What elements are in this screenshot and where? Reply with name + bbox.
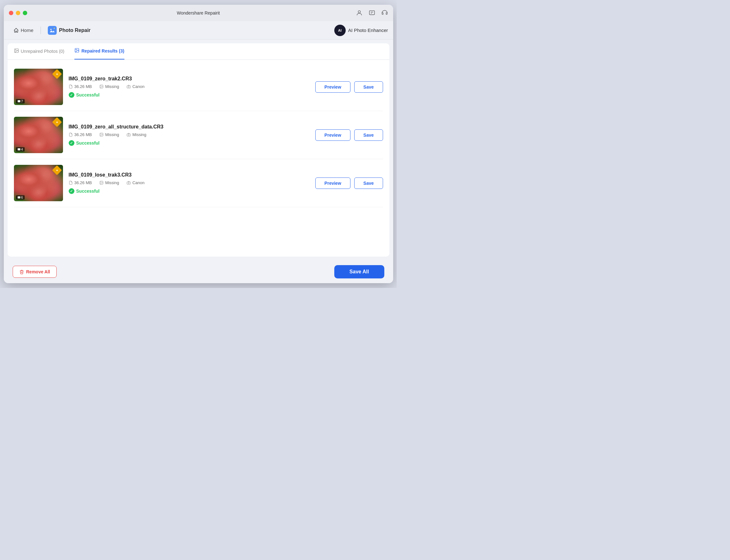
remove-all-label: Remove All	[26, 269, 50, 274]
item-issue2-2: Missing	[127, 132, 146, 137]
svg-point-24	[128, 183, 129, 184]
item-info-3: IMG_0109_lose_trak3.CR3 36.26 MB Missing	[69, 172, 309, 194]
svg-point-7	[15, 49, 16, 50]
items-list: ✦ 7 IMG_0109_zero_trak2.CR3 36.26 MB	[8, 60, 390, 257]
svg-point-19	[128, 134, 129, 135]
home-icon	[13, 28, 19, 33]
maximize-button[interactable]	[23, 11, 27, 15]
item-status-1: ✓ Successful	[69, 92, 309, 98]
svg-point-5	[50, 29, 52, 30]
tab-repaired[interactable]: Repaired Results (3)	[74, 43, 124, 59]
ai-enhancer-nav[interactable]: AI AI Photo Enhancer	[334, 25, 388, 36]
unrepaired-icon	[14, 48, 19, 54]
item-meta-1: 36.26 MB Missing Canon	[69, 84, 309, 89]
navbar: Home Photo Repair AI AI Photo Enhancer	[4, 21, 393, 40]
item-issue1-2: Missing	[99, 132, 119, 137]
svg-rect-10	[17, 100, 20, 103]
svg-rect-15	[17, 148, 20, 151]
item-issue2-1: Canon	[127, 84, 144, 89]
file-icon-2	[69, 133, 73, 137]
item-actions-2: Preview Save	[315, 129, 383, 141]
save-button-3[interactable]: Save	[354, 177, 383, 189]
photo-repair-icon	[48, 26, 57, 35]
repaired-icon	[74, 48, 79, 54]
titlebar: Wondershare Repairit	[4, 5, 393, 21]
item-info-2: IMG_0109_zero_all_structure_data.CR3 36.…	[69, 124, 309, 146]
item-status-2: ✓ Successful	[69, 140, 309, 146]
main-content: Unrepaired Photos (0) Repaired Results (…	[8, 43, 390, 257]
item-size-2: 36.26 MB	[69, 132, 92, 137]
item-info-1: IMG_0109_zero_trak2.CR3 36.26 MB Missing	[69, 76, 309, 98]
item-size-3: 36.26 MB	[69, 180, 92, 185]
camera-icon-3	[127, 181, 131, 185]
thumbnail-count-2: 4	[16, 147, 25, 152]
app-window: Wondershare Repairit Home	[4, 5, 393, 283]
status-check-icon-3: ✓	[69, 188, 74, 194]
save-button-1[interactable]: Save	[354, 81, 383, 93]
item-issue2-3: Canon	[127, 180, 144, 185]
svg-point-17	[101, 134, 101, 134]
repair-badge-1: ✦	[53, 71, 61, 78]
image-icon-3	[99, 181, 103, 185]
trash-icon	[19, 270, 24, 274]
item-issue1-3: Missing	[99, 180, 119, 185]
svg-point-0	[358, 11, 360, 13]
camera-icon-2	[127, 133, 131, 137]
svg-rect-23	[127, 182, 130, 184]
svg-point-9	[76, 49, 77, 50]
preview-button-2[interactable]: Preview	[315, 129, 350, 141]
item-actions-3: Preview Save	[315, 177, 383, 189]
item-thumbnail-1: ✦ 7	[14, 69, 63, 105]
item-meta-3: 36.26 MB Missing Canon	[69, 180, 309, 185]
headset-icon[interactable]	[381, 9, 388, 16]
image-icon	[99, 84, 103, 89]
item-filename-3: IMG_0109_lose_trak3.CR3	[69, 172, 309, 178]
user-icon[interactable]	[356, 9, 363, 16]
status-check-icon-1: ✓	[69, 92, 74, 98]
thumbnail-count-1: 7	[16, 99, 25, 103]
item-thumbnail-2: ✦ 4	[14, 117, 63, 153]
table-row: ✦ 6 IMG_0109_lose_trak3.CR3 36.26 MB	[14, 159, 383, 207]
photo-repair-nav: Photo Repair	[43, 23, 95, 37]
svg-rect-13	[127, 86, 130, 88]
item-filename-1: IMG_0109_zero_trak2.CR3	[69, 76, 309, 82]
item-issue1-1: Missing	[99, 84, 119, 89]
image-icon-2	[99, 133, 103, 137]
home-button[interactable]: Home	[9, 25, 38, 36]
thumbnail-count-3: 6	[16, 195, 25, 200]
ai-enhancer-label: AI Photo Enhancer	[348, 28, 388, 33]
tab-unrepaired[interactable]: Unrepaired Photos (0)	[14, 43, 65, 59]
item-thumbnail-3: ✦ 6	[14, 165, 63, 201]
photo-repair-label: Photo Repair	[59, 28, 91, 33]
remove-all-button[interactable]: Remove All	[13, 266, 57, 278]
repair-badge-2: ✦	[53, 119, 61, 126]
table-row: ✦ 7 IMG_0109_zero_trak2.CR3 36.26 MB	[14, 63, 383, 111]
file-icon-3	[69, 181, 73, 185]
preview-button-1[interactable]: Preview	[315, 81, 350, 93]
bottom-bar: Remove All Save All	[4, 260, 393, 283]
svg-point-12	[101, 86, 101, 86]
save-all-button[interactable]: Save All	[334, 265, 384, 278]
item-meta-2: 36.26 MB Missing Missing	[69, 132, 309, 137]
svg-rect-18	[127, 134, 130, 136]
svg-rect-4	[48, 26, 57, 35]
file-icon	[69, 84, 73, 89]
app-title: Wondershare Repairit	[177, 10, 220, 16]
table-row: ✦ 4 IMG_0109_zero_all_structure_data.CR3…	[14, 111, 383, 159]
svg-point-22	[101, 182, 101, 183]
status-check-icon-2: ✓	[69, 140, 74, 146]
save-button-2[interactable]: Save	[354, 129, 383, 141]
titlebar-icons	[356, 9, 388, 16]
preview-button-3[interactable]: Preview	[315, 177, 350, 189]
ai-badge: AI	[334, 25, 346, 36]
item-size-1: 36.26 MB	[69, 84, 92, 89]
repair-badge-3: ✦	[53, 167, 61, 174]
minimize-button[interactable]	[16, 11, 20, 15]
chat-icon[interactable]	[369, 9, 376, 16]
item-actions-1: Preview Save	[315, 81, 383, 93]
close-button[interactable]	[9, 11, 13, 15]
svg-rect-1	[369, 11, 375, 15]
item-status-3: ✓ Successful	[69, 188, 309, 194]
svg-rect-20	[17, 196, 20, 199]
tab-unrepaired-label: Unrepaired Photos (0)	[21, 49, 65, 54]
